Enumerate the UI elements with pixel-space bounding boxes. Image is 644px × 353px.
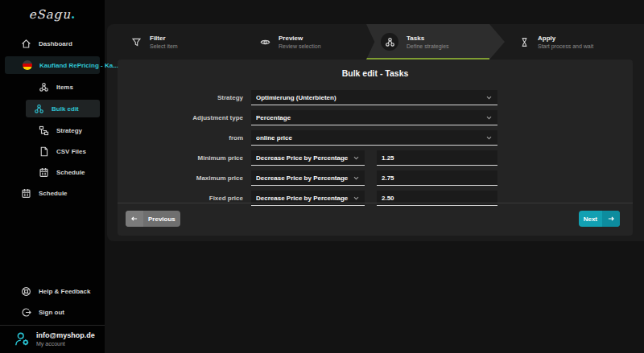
adjustment-type-select[interactable]: Percentage: [251, 110, 497, 125]
card-title: Bulk edit - Tasks: [118, 68, 633, 78]
next-button[interactable]: Next: [579, 211, 620, 227]
previous-button[interactable]: Previous: [126, 211, 180, 227]
account-icon: [14, 331, 30, 347]
items-icon: [39, 82, 49, 92]
chevron-down-icon: [485, 94, 493, 101]
brand-name: eSagu: [29, 7, 71, 22]
field-label: Adjustment type: [118, 110, 243, 125]
step-subtitle: Start process and wait: [538, 43, 593, 49]
german-flag-icon: [23, 60, 32, 70]
account-label: My account: [36, 341, 95, 347]
fixed-price-input[interactable]: [377, 191, 497, 206]
step-title: Filter: [150, 35, 178, 42]
step-preview[interactable]: Preview Review selection: [260, 24, 321, 60]
select-value: Decrease Price by Percentage: [256, 195, 353, 202]
active-step-icon-circle: [381, 33, 398, 51]
sidebar-item-items[interactable]: Items: [5, 79, 100, 95]
sign-out-icon: [21, 307, 31, 318]
sidebar-item-help-feedback[interactable]: Help & Feedback: [5, 283, 100, 299]
form-row-adjustment-type: Adjustment type Percentage: [118, 110, 633, 125]
brand-logo: eSagu.: [0, 0, 105, 31]
sidebar-item-bulk-edit[interactable]: Bulk edit: [26, 100, 100, 117]
funnel-icon: [131, 37, 142, 47]
sidebar-item-label: Schedule: [56, 169, 85, 176]
fixed-price-select[interactable]: Decrease Price by Percentage: [251, 191, 365, 206]
select-value: Optimierung (Unterbieten): [256, 94, 485, 101]
bulk-edit-panel: Filter Select item Preview Review select…: [107, 24, 644, 241]
arrow-left-icon: [126, 211, 143, 227]
select-value: online price: [256, 134, 485, 142]
select-value: Decrease Price by Percentage: [256, 154, 353, 162]
tasks-icon: [385, 37, 395, 47]
sidebar: eSagu. Dashboard Kaufland RePricing - Ka…: [0, 0, 105, 353]
sidebar-item-strategy[interactable]: Strategy: [5, 122, 100, 138]
select-value: Decrease Price by Percentage: [256, 174, 353, 182]
sidebar-item-label: Kaufland RePricing - Ka...: [39, 62, 118, 69]
field-label: Strategy: [118, 90, 243, 105]
sidebar-item-sign-out[interactable]: Sign out: [5, 304, 100, 320]
chevron-down-icon: [485, 134, 493, 142]
step-title: Preview: [279, 35, 321, 42]
select-value: Percentage: [256, 114, 485, 121]
app-root: eSagu. Dashboard Kaufland RePricing - Ka…: [0, 0, 644, 353]
from-select[interactable]: online price: [251, 130, 497, 146]
home-icon: [21, 39, 31, 49]
chevron-down-icon: [353, 174, 360, 182]
calendar-icon: [39, 167, 49, 178]
chevron-down-icon: [353, 154, 360, 162]
hourglass-icon: [519, 37, 530, 47]
stepper: Filter Select item Preview Review select…: [107, 24, 644, 60]
step-subtitle: Define strategies: [407, 43, 449, 49]
sidebar-item-label: Strategy: [56, 127, 82, 134]
sidebar-item-schedule-2[interactable]: Schedule: [5, 185, 100, 201]
step-title: Tasks: [407, 35, 449, 42]
calendar-icon: [21, 188, 31, 199]
step-text: Preview Review selection: [279, 35, 321, 49]
form-row-fixed-price: Fixed price Decrease Price by Percentage: [118, 191, 633, 206]
form-row-maximum-price: Maximum price Decrease Price by Percenta…: [118, 170, 633, 186]
field-label: from: [118, 130, 243, 146]
minimum-price-input[interactable]: [377, 150, 497, 166]
brand-dot: .: [71, 7, 76, 22]
arrow-right-icon: [602, 211, 620, 227]
sidebar-item-label: Items: [56, 84, 73, 91]
account-text: info@myshop.de My account: [36, 331, 95, 347]
field-label: Fixed price: [118, 191, 243, 206]
form-row-strategy: Strategy Optimierung (Unterbieten): [118, 90, 633, 105]
step-filter[interactable]: Filter Select item: [131, 24, 178, 60]
step-text: Filter Select item: [150, 35, 178, 49]
sidebar-item-schedule[interactable]: Schedule: [5, 164, 100, 180]
next-button-label: Next: [579, 211, 602, 227]
field-label: Minimum price: [118, 150, 243, 166]
sidebar-item-label: Bulk edit: [52, 105, 79, 113]
csv-file-icon: [39, 146, 49, 157]
minimum-price-select[interactable]: Decrease Price by Percentage: [251, 150, 365, 166]
sidebar-item-label: Dashboard: [39, 40, 72, 47]
step-text: Apply Start process and wait: [538, 35, 593, 49]
footer-divider: [118, 203, 633, 203]
sidebar-item-label: Help & Feedback: [39, 288, 90, 295]
strategy-select[interactable]: Optimierung (Unterbieten): [251, 90, 497, 105]
step-text: Tasks Define strategies: [407, 35, 449, 49]
my-account[interactable]: info@myshop.de My account: [0, 325, 105, 353]
sidebar-bottom: Help & Feedback Sign out info@myshop.de …: [0, 278, 105, 353]
form-row-from: from online price: [118, 130, 633, 146]
maximum-price-select[interactable]: Decrease Price by Percentage: [251, 170, 365, 186]
account-email: info@myshop.de: [36, 331, 95, 339]
sidebar-item-csv-files[interactable]: CSV Files: [5, 143, 100, 159]
sidebar-item-kaufland-repricing[interactable]: Kaufland RePricing - Ka...: [5, 56, 100, 74]
step-apply[interactable]: Apply Start process and wait: [519, 24, 593, 60]
chevron-down-icon: [353, 195, 360, 202]
form-row-minimum-price: Minimum price Decrease Price by Percenta…: [118, 150, 633, 166]
strategy-icon: [39, 125, 49, 136]
step-tasks[interactable]: Tasks Define strategies: [366, 24, 505, 60]
bulk-edit-card: Bulk edit - Tasks Strategy Optimierung (…: [118, 60, 633, 236]
maximum-price-input[interactable]: [377, 170, 497, 186]
bulk-edit-icon: [34, 104, 44, 114]
sidebar-item-label: Sign out: [39, 309, 64, 316]
sidebar-item-dashboard[interactable]: Dashboard: [5, 35, 100, 51]
chevron-down-icon: [485, 114, 493, 121]
step-subtitle: Select item: [150, 43, 178, 49]
field-label: Maximum price: [118, 170, 243, 186]
eye-icon: [260, 37, 270, 47]
